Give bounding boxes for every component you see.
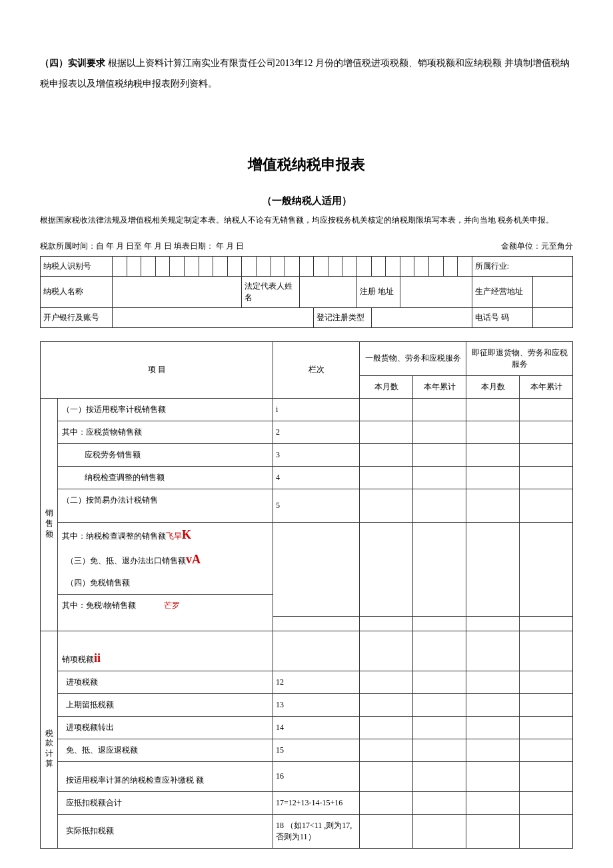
id-cell[interactable] [271, 256, 285, 276]
cell[interactable] [466, 443, 520, 466]
id-cell[interactable] [170, 256, 185, 276]
cell[interactable] [413, 489, 466, 522]
cell[interactable] [520, 693, 573, 716]
cell[interactable] [413, 814, 466, 848]
reg-type-value[interactable] [371, 307, 472, 327]
cell[interactable] [360, 522, 413, 617]
cell[interactable] [360, 617, 413, 631]
biz-addr-value[interactable] [532, 276, 573, 307]
id-cell[interactable] [112, 256, 127, 276]
cell[interactable] [413, 693, 466, 716]
cell[interactable] [360, 398, 413, 421]
legal-rep-value[interactable] [299, 276, 356, 307]
cell[interactable] [466, 739, 520, 761]
reg-type-label: 登记注册类型 [314, 307, 371, 327]
cell[interactable] [520, 739, 573, 761]
id-cell[interactable] [429, 256, 444, 276]
id-cell[interactable] [328, 256, 342, 276]
cell[interactable] [520, 489, 573, 522]
id-cell[interactable] [414, 256, 429, 276]
cell[interactable] [466, 791, 520, 814]
cell[interactable] [413, 398, 466, 421]
id-cell[interactable] [458, 256, 472, 276]
id-cell[interactable] [199, 256, 213, 276]
cell[interactable] [466, 761, 520, 791]
id-cell[interactable] [213, 256, 228, 276]
cell[interactable] [360, 814, 413, 848]
row-label: （二）按简易办法计税销售 [58, 489, 273, 511]
cell[interactable] [360, 739, 413, 761]
id-cell[interactable] [342, 256, 357, 276]
cell[interactable] [520, 398, 573, 421]
cell[interactable] [466, 617, 520, 631]
cell[interactable] [360, 761, 413, 791]
id-cell[interactable] [242, 256, 257, 276]
id-cell[interactable] [371, 256, 386, 276]
id-label: 纳税人识别号 [41, 256, 113, 276]
cell[interactable] [466, 693, 520, 716]
row-label: 其中：免税\物销售额 芒罗 [58, 594, 273, 617]
cell[interactable] [360, 466, 413, 489]
id-cell[interactable] [299, 256, 314, 276]
cell[interactable] [413, 466, 466, 489]
cell[interactable] [413, 791, 466, 814]
id-cell[interactable] [155, 256, 170, 276]
section-sales: 销 售 额 [41, 398, 58, 631]
phone-value[interactable] [532, 307, 573, 327]
cell[interactable] [520, 631, 573, 671]
cell[interactable] [520, 791, 573, 814]
period-left: 税款所属时间：自 年 月 日至 年 月 日 填表日期： 年 月 日 [40, 241, 244, 252]
cell[interactable] [360, 631, 413, 671]
id-cell[interactable] [285, 256, 300, 276]
id-cell[interactable] [357, 256, 372, 276]
id-cell[interactable] [386, 256, 400, 276]
cell[interactable] [360, 443, 413, 466]
id-cell[interactable] [141, 256, 156, 276]
cell[interactable] [413, 522, 466, 617]
id-cell[interactable] [127, 256, 141, 276]
bank-value[interactable] [112, 307, 313, 327]
reg-addr-value[interactable] [400, 276, 472, 307]
cell[interactable] [413, 617, 466, 631]
cell[interactable] [466, 421, 520, 443]
cell[interactable] [520, 761, 573, 791]
id-cell[interactable] [256, 256, 271, 276]
cell[interactable] [520, 814, 573, 848]
id-cell[interactable] [443, 256, 458, 276]
cell[interactable] [466, 716, 520, 739]
cell[interactable] [520, 671, 573, 693]
name-value[interactable] [112, 276, 241, 307]
cell[interactable] [360, 671, 413, 693]
cell[interactable] [413, 421, 466, 443]
cell[interactable] [466, 814, 520, 848]
cell[interactable] [413, 761, 466, 791]
cell[interactable] [413, 443, 466, 466]
cell[interactable] [413, 716, 466, 739]
cell[interactable] [520, 421, 573, 443]
cell[interactable] [520, 466, 573, 489]
id-cell[interactable] [314, 256, 328, 276]
cell[interactable] [413, 671, 466, 693]
cell[interactable] [520, 443, 573, 466]
id-cell[interactable] [227, 256, 242, 276]
cell[interactable] [360, 791, 413, 814]
cell[interactable] [466, 522, 520, 617]
cell[interactable] [360, 716, 413, 739]
cell[interactable] [466, 631, 520, 671]
cell[interactable] [520, 522, 573, 617]
cell[interactable] [466, 466, 520, 489]
cell[interactable] [360, 693, 413, 716]
row-label: 应抵扣税额合计 [58, 791, 273, 814]
cell[interactable] [466, 489, 520, 522]
cell[interactable] [413, 739, 466, 761]
cell[interactable] [466, 671, 520, 693]
lanci: 5 [273, 489, 360, 522]
cell[interactable] [520, 716, 573, 739]
id-cell[interactable] [184, 256, 199, 276]
cell[interactable] [466, 398, 520, 421]
cell[interactable] [413, 631, 466, 671]
cell[interactable] [360, 489, 413, 522]
cell[interactable] [520, 617, 573, 631]
cell[interactable] [360, 421, 413, 443]
id-cell[interactable] [400, 256, 414, 276]
